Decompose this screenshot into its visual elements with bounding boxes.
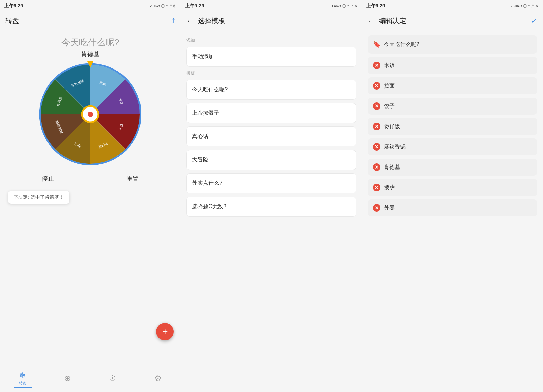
remove-button-6[interactable]: ✕ — [373, 184, 380, 191]
status-icons-text-2: 0.4K/s ⓘ ᵃᵗ ∫ᴺ ⑤ — [331, 4, 357, 9]
template-section-label: 模板 — [186, 70, 356, 76]
template-item-5[interactable]: 选择题C无敌? — [186, 197, 356, 217]
decision-item-3[interactable]: ✕ 煲仔饭 — [368, 118, 537, 135]
add-nav-icon: ⊕ — [64, 374, 71, 383]
wheel-svg: 玉米脆鳝 烤肉 准饮 炒米 煲仔饭 炒鸡 麻辣香锅 肯德基 — [39, 63, 141, 165]
status-icons-text-3: 260K/s ⓘ ᵃᵗ ∫ᴺ ⑤ — [511, 4, 539, 9]
template-label-0: 今天吃什么呢? — [192, 86, 228, 92]
decision-label-4: 麻辣香锅 — [384, 143, 406, 151]
fab-add[interactable]: + — [156, 323, 174, 340]
decision-title-label: 今天吃什么呢? — [384, 41, 419, 48]
wheel-pointer — [87, 61, 94, 67]
back-button-3[interactable]: ← — [368, 17, 375, 25]
decision-label-6: 披萨 — [384, 184, 395, 191]
time-1: 上午9:29 — [4, 3, 23, 9]
wheel-container[interactable]: 玉米脆鳝 烤肉 准饮 炒米 煲仔饭 炒鸡 麻辣香锅 肯德基 — [39, 63, 141, 165]
wheel-nav-icon: ❄ — [19, 371, 26, 380]
wheel-content: 今天吃什么呢? 肯德基 — [0, 30, 181, 368]
remove-button-3[interactable]: ✕ — [373, 123, 380, 130]
wheel-question: 今天吃什么呢? — [61, 37, 119, 48]
share-button[interactable]: ⤴ — [172, 17, 175, 25]
template-item-1[interactable]: 上帝掷骰子 — [186, 103, 356, 123]
remove-button-0[interactable]: ✕ — [373, 62, 380, 69]
svg-point-11 — [88, 112, 93, 117]
remove-button-1[interactable]: ✕ — [373, 82, 380, 90]
decision-item-2[interactable]: ✕ 饺子 — [368, 98, 537, 115]
add-section-label: 添加 — [186, 37, 356, 43]
header-3: ← 编辑决定 ✓ — [362, 12, 543, 30]
status-bar-1: 上午9:29 2.9K/s ⓘ ᵃᵗ ∫ᴺ ⑤ — [0, 0, 181, 12]
header-2: ← 选择模板 — [181, 12, 361, 30]
template-item-0[interactable]: 今天吃什么呢? — [186, 80, 356, 100]
signal-icons-1: 2.9K/s ⓘ ᵃᵗ ∫ᴺ ⑤ — [150, 4, 176, 9]
decision-label-1: 拉面 — [384, 82, 395, 90]
remove-button-7[interactable]: ✕ — [373, 204, 380, 212]
status-bar-3: 上午9:29 260K/s ⓘ ᵃᵗ ∫ᴺ ⑤ — [362, 0, 543, 12]
bottom-nav: ❄ 转盘 ⊕ ⏱ ⚙ — [0, 368, 181, 392]
status-bar-2: 上午9:29 0.4K/s ⓘ ᵃᵗ ∫ᴺ ⑤ — [181, 0, 361, 12]
app-title-1: 转盘 — [5, 16, 172, 25]
reset-button[interactable]: 重置 — [116, 172, 150, 185]
settings-nav-icon: ⚙ — [154, 374, 162, 383]
template-label-3: 大冒险 — [192, 157, 208, 162]
decision-item-5[interactable]: ✕ 肯德基 — [368, 159, 537, 176]
header-1: 转盘 ⤴ — [0, 12, 181, 30]
decision-label-0: 米饭 — [384, 62, 395, 69]
manual-add-item[interactable]: 手动添加 — [186, 47, 356, 67]
decision-item-0[interactable]: ✕ 米饭 — [368, 57, 537, 74]
template-label-4: 外卖点什么? — [192, 180, 222, 186]
template-label-5: 选择题C无敌? — [192, 203, 226, 209]
signal-icons-3: 260K/s ⓘ ᵃᵗ ∫ᴺ ⑤ — [511, 4, 539, 9]
decision-label-3: 煲仔饭 — [384, 123, 400, 130]
wheel-nav-label: 转盘 — [19, 381, 26, 386]
decision-label-2: 饺子 — [384, 103, 395, 110]
decision-toast: 下决定: 选中了肯德基！ — [8, 191, 69, 204]
remove-button-5[interactable]: ✕ — [373, 163, 380, 171]
decision-item-1[interactable]: ✕ 拉面 — [368, 77, 537, 94]
template-item-4[interactable]: 外卖点什么? — [186, 173, 356, 193]
nav-add[interactable]: ⊕ — [59, 372, 76, 385]
panel-templates: 上午9:29 0.4K/s ⓘ ᵃᵗ ∫ᴺ ⑤ ← 选择模板 添加 手动添加 模… — [181, 0, 362, 392]
wheel-buttons: 停止 重置 — [5, 172, 175, 185]
nav-wheel[interactable]: ❄ 转盘 — [14, 369, 32, 388]
time-2: 上午9:29 — [185, 3, 204, 9]
template-item-3[interactable]: 大冒险 — [186, 150, 356, 170]
remove-button-4[interactable]: ✕ — [373, 143, 380, 151]
decision-item-4[interactable]: ✕ 麻辣香锅 — [368, 138, 537, 155]
app-title-2: 选择模板 — [198, 16, 356, 25]
template-content: 添加 手动添加 模板 今天吃什么呢? 上帝掷骰子 真心话 大冒险 外卖点什么? … — [181, 30, 361, 392]
stop-button[interactable]: 停止 — [31, 172, 65, 185]
template-label-2: 真心话 — [192, 133, 208, 139]
history-nav-icon: ⏱ — [109, 374, 117, 383]
signal-icons-2: 0.4K/s ⓘ ᵃᵗ ∫ᴺ ⑤ — [331, 4, 357, 9]
decision-item-7[interactable]: ✕ 外卖 — [368, 199, 537, 216]
panel-edit: 上午9:29 260K/s ⓘ ᵃᵗ ∫ᴺ ⑤ ← 编辑决定 ✓ 🔖 今天吃什么… — [362, 0, 543, 392]
decision-title-item: 🔖 今天吃什么呢? — [368, 35, 537, 54]
status-icons-text-1: 2.9K/s ⓘ ᵃᵗ ∫ᴺ ⑤ — [150, 4, 176, 9]
back-button-2[interactable]: ← — [186, 17, 194, 25]
time-3: 上午9:29 — [366, 3, 385, 9]
decision-label-5: 肯德基 — [384, 164, 400, 171]
decision-item-6[interactable]: ✕ 披萨 — [368, 179, 537, 196]
nav-settings[interactable]: ⚙ — [149, 372, 167, 385]
edit-content: 🔖 今天吃什么呢? ✕ 米饭 ✕ 拉面 ✕ 饺子 ✕ 煲仔饭 ✕ 麻辣香锅 ✕ … — [362, 30, 543, 392]
remove-button-2[interactable]: ✕ — [373, 102, 380, 110]
template-label-1: 上帝掷骰子 — [192, 110, 219, 116]
wheel-result: 肯德基 — [81, 50, 99, 58]
panel-wheel: 上午9:29 2.9K/s ⓘ ᵃᵗ ∫ᴺ ⑤ 转盘 ⤴ 今天吃什么呢? 肯德基 — [0, 0, 181, 392]
bookmark-icon: 🔖 — [373, 41, 380, 48]
decision-label-7: 外卖 — [384, 204, 395, 212]
nav-history[interactable]: ⏱ — [103, 372, 122, 385]
template-item-2[interactable]: 真心话 — [186, 126, 356, 146]
app-title-3: 编辑决定 — [379, 16, 531, 25]
confirm-button[interactable]: ✓ — [531, 17, 537, 25]
